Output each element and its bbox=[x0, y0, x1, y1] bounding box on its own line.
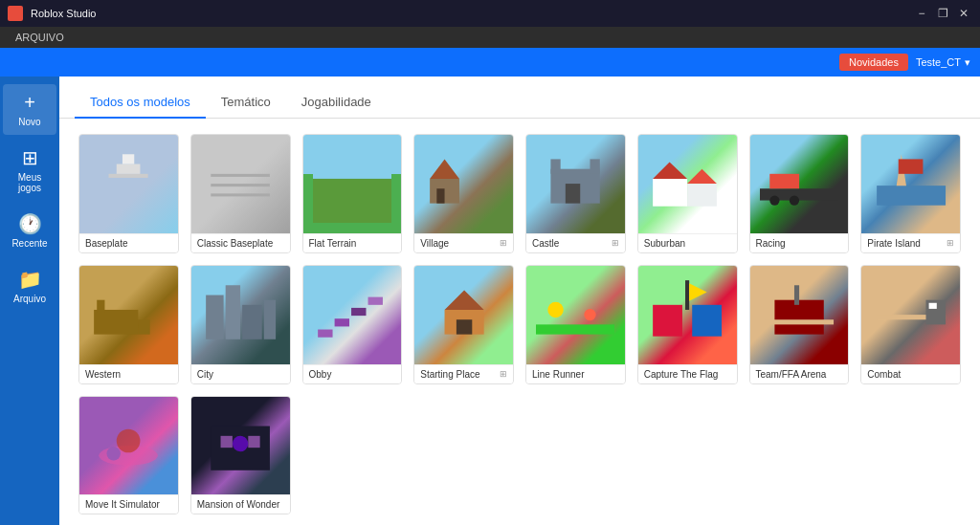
svg-rect-1 bbox=[117, 164, 141, 174]
svg-rect-58 bbox=[248, 436, 259, 448]
svg-rect-2 bbox=[122, 155, 134, 164]
svg-rect-0 bbox=[109, 174, 148, 178]
template-thumb-castle bbox=[526, 135, 625, 233]
svg-rect-20 bbox=[769, 174, 799, 188]
top-bar: Novidades Teste_CT ▾ bbox=[0, 48, 980, 77]
app-title: Roblox Studio bbox=[31, 8, 97, 19]
svg-point-41 bbox=[548, 302, 564, 317]
template-thumb-capture bbox=[638, 266, 737, 364]
template-card-village[interactable]: Village⊞ bbox=[413, 134, 514, 253]
tab-todos-modelos[interactable]: Todos os modelos bbox=[75, 87, 206, 119]
svg-rect-5 bbox=[211, 174, 270, 177]
template-card-mansion[interactable]: Mansion of Wonder bbox=[190, 396, 291, 515]
minimize-button[interactable]: − bbox=[913, 5, 930, 22]
template-label-row-western: Western bbox=[79, 364, 178, 383]
template-card-moveit[interactable]: Move It Simulator bbox=[78, 396, 179, 515]
tab-jogabilidade[interactable]: Jogabilidade bbox=[286, 87, 387, 119]
svg-marker-38 bbox=[444, 290, 483, 310]
template-thumb-racing bbox=[750, 135, 849, 233]
template-card-combat[interactable]: Combat bbox=[860, 265, 961, 384]
template-label-row-obby: Obby bbox=[303, 364, 402, 383]
svg-point-22 bbox=[790, 196, 799, 206]
maximize-button[interactable]: ❐ bbox=[934, 5, 951, 22]
svg-rect-28 bbox=[98, 300, 105, 312]
template-label-row-suburban: Suburban bbox=[638, 233, 737, 252]
template-card-baseplate[interactable]: Baseplate bbox=[78, 134, 179, 253]
close-button[interactable]: ✕ bbox=[955, 5, 972, 22]
template-card-classic[interactable]: Classic Baseplate bbox=[190, 134, 291, 253]
svg-rect-43 bbox=[653, 305, 682, 337]
template-thumb-obby bbox=[303, 266, 402, 364]
main-layout: + Novo ⊞ Meus jogos 🕐 Recente 📁 Arquivo … bbox=[0, 77, 980, 525]
menu-arquivo[interactable]: ARQUIVO bbox=[8, 30, 72, 45]
template-card-capture[interactable]: Capture The Flag bbox=[637, 265, 738, 384]
svg-rect-30 bbox=[226, 285, 240, 339]
window-controls: − ❐ ✕ bbox=[913, 5, 972, 22]
template-card-starting[interactable]: Starting Place⊞ bbox=[413, 265, 514, 384]
title-bar-left: Roblox Studio bbox=[8, 6, 97, 21]
template-card-western[interactable]: Western bbox=[78, 265, 179, 384]
svg-rect-35 bbox=[351, 308, 366, 316]
svg-rect-13 bbox=[590, 160, 600, 174]
sidebar-item-novo-label: Novo bbox=[18, 117, 40, 127]
title-bar: Roblox Studio − ❐ ✕ bbox=[0, 0, 980, 27]
novidades-button[interactable]: Novidades bbox=[839, 54, 908, 71]
svg-marker-16 bbox=[653, 163, 687, 179]
svg-point-21 bbox=[769, 196, 779, 206]
sidebar-item-meusjogos[interactable]: ⊞ Meus jogos bbox=[3, 139, 56, 201]
svg-rect-7 bbox=[313, 179, 391, 223]
sidebar-item-arquivo[interactable]: 📁 Arquivo bbox=[3, 260, 56, 312]
template-thumb-western bbox=[79, 266, 178, 364]
sidebar-item-arquivo-label: Arquivo bbox=[13, 294, 46, 304]
content-area: Todos os modelos Temático Jogabilidade B… bbox=[59, 77, 980, 525]
template-card-pirate[interactable]: Pirate Island⊞ bbox=[860, 134, 961, 253]
template-icon-starting: ⊞ bbox=[500, 369, 507, 379]
sidebar-item-novo[interactable]: + Novo bbox=[3, 84, 56, 135]
template-card-flat[interactable]: Flat Terrain bbox=[302, 134, 403, 253]
menu-bar: ARQUIVO bbox=[0, 27, 980, 48]
template-icon-pirate: ⊞ bbox=[947, 238, 954, 248]
template-name-obby: Obby bbox=[309, 369, 332, 380]
svg-rect-29 bbox=[206, 295, 223, 339]
template-thumb-linerunner bbox=[526, 266, 625, 364]
template-card-castle[interactable]: Castle⊞ bbox=[525, 134, 626, 253]
template-label-row-pirate: Pirate Island⊞ bbox=[861, 233, 960, 252]
sidebar-item-recente[interactable]: 🕐 Recente bbox=[3, 205, 56, 256]
template-card-obby[interactable]: Obby bbox=[302, 265, 403, 384]
svg-marker-18 bbox=[687, 169, 717, 184]
tab-tematico[interactable]: Temático bbox=[206, 87, 286, 119]
template-label-row-racing: Racing bbox=[750, 233, 849, 252]
template-card-linerunner[interactable]: Line Runner bbox=[525, 265, 626, 384]
svg-rect-31 bbox=[242, 305, 262, 339]
clock-icon: 🕐 bbox=[18, 212, 42, 235]
svg-rect-32 bbox=[264, 300, 276, 339]
svg-rect-6 bbox=[313, 144, 391, 179]
svg-rect-57 bbox=[221, 436, 233, 448]
svg-rect-33 bbox=[318, 330, 332, 338]
template-label-row-teamffa: Team/FFA Arena bbox=[750, 364, 849, 383]
template-thumb-teamffa bbox=[750, 266, 849, 364]
template-label-row-flat: Flat Terrain bbox=[303, 233, 402, 252]
template-card-suburban[interactable]: Suburban bbox=[637, 134, 738, 253]
svg-rect-40 bbox=[536, 324, 614, 334]
svg-point-59 bbox=[233, 436, 248, 451]
template-name-baseplate: Baseplate bbox=[85, 238, 127, 249]
svg-rect-17 bbox=[687, 184, 717, 207]
template-name-city: City bbox=[197, 369, 213, 380]
user-display: Teste_CT ▾ bbox=[916, 56, 970, 69]
templates-container: BaseplateClassic BaseplateFlat TerrainVi… bbox=[59, 119, 980, 525]
svg-rect-4 bbox=[211, 194, 270, 197]
template-name-classic: Classic Baseplate bbox=[197, 238, 273, 249]
template-name-village: Village bbox=[420, 238, 449, 249]
template-name-suburban: Suburban bbox=[644, 238, 685, 249]
svg-point-42 bbox=[585, 309, 596, 320]
svg-rect-10 bbox=[436, 189, 444, 204]
template-card-racing[interactable]: Racing bbox=[749, 134, 850, 253]
svg-rect-44 bbox=[692, 305, 722, 337]
grid-icon: ⊞ bbox=[22, 146, 38, 169]
folder-icon: 📁 bbox=[18, 268, 42, 291]
template-label-row-city: City bbox=[191, 364, 290, 383]
template-card-city[interactable]: City bbox=[190, 265, 291, 384]
template-card-teamffa[interactable]: Team/FFA Arena bbox=[749, 265, 850, 384]
template-name-mansion: Mansion of Wonder bbox=[197, 499, 280, 510]
